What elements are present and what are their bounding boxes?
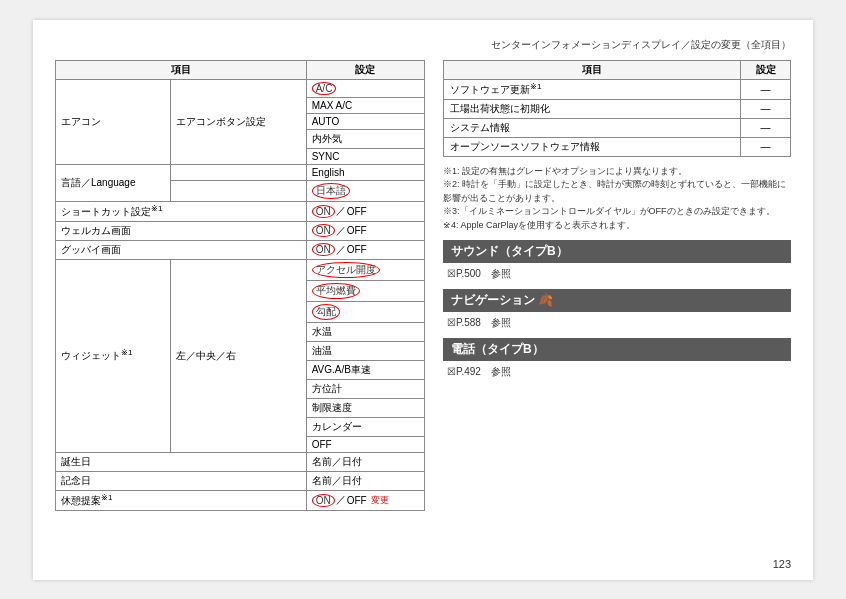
table-row: 誕生日 名前／日付 [56,452,425,471]
right-setting-sysinfo: — [741,118,791,137]
setting-avg-speed: AVG.A/B車速 [306,360,424,379]
setting-fuel: 平均燃費 [306,280,424,301]
setting-ac: A/C [306,79,424,97]
right-item-opensource: オープンソースソフトウェア情報 [444,137,741,156]
sub-aircon-button: エアコンボタン設定 [170,79,306,164]
category-goodbye: グッバイ画面 [56,240,307,259]
table-row: 言語／Language English [56,164,425,180]
category-shortcut: ショートカット設定※1 [56,201,307,221]
section-phone-body: ☒P.492 参照 [443,365,791,379]
section-navi-header: ナビゲーション 🍂 [443,289,791,312]
right-section: 項目 設定 ソフトウェア更新※1 — 工場出荷状態に初期化 — システム情報 [443,60,791,512]
setting-interior: 内外気 [306,129,424,148]
setting-calendar: カレンダー [306,417,424,436]
section-navi-body: ☒P.588 参照 [443,316,791,330]
setting-sync: SYNC [306,148,424,164]
table-row: ウェルカム画面 ON／OFF [56,221,425,240]
table-row: ショートカット設定※1 ON／OFF [56,201,425,221]
category-welcome: ウェルカム画面 [56,221,307,240]
category-widget: ウィジェット※1 [56,259,171,452]
table-row: オープンソースソフトウェア情報 — [444,137,791,156]
left-table: 項目 設定 エアコン エアコンボタン設定 A/C MAX A/C [55,60,425,512]
setting-water-temp: 水温 [306,322,424,341]
page-number: 123 [773,558,791,570]
table-row: 記念日 名前／日付 [56,471,425,490]
setting-birthday: 名前／日付 [306,452,424,471]
circled-japanese: 日本語 [312,183,350,199]
setting-oil-temp: 油温 [306,341,424,360]
right-item-sysinfo: システム情報 [444,118,741,137]
right-table: 項目 設定 ソフトウェア更新※1 — 工場出荷状態に初期化 — システム情報 [443,60,791,157]
right-item-factory: 工場出荷状態に初期化 [444,99,741,118]
table-row: エアコン エアコンボタン設定 A/C [56,79,425,97]
right-setting-opensource: — [741,137,791,156]
setting-accel: アクセル開度 [306,259,424,280]
on-circled-shortcut: ON [312,205,335,218]
table-row: グッバイ画面 ON／OFF [56,240,425,259]
right-col-item: 項目 [444,60,741,79]
right-setting-software: — [741,79,791,99]
page-title: センターインフォメーションディスプレイ／設定の変更（全項目） [491,39,791,50]
col-header-setting: 設定 [306,60,424,79]
sub-language-empty2 [170,180,306,201]
circled-fuel: 平均燃費 [312,283,360,299]
right-item-software: ソフトウェア更新※1 [444,79,741,99]
setting-compass: 方位計 [306,379,424,398]
col-header-item: 項目 [56,60,307,79]
category-language: 言語／Language [56,164,171,201]
sub-widget: 左／中央／右 [170,259,306,452]
note-3: ※3:「イルミネーションコントロールダイヤル」がOFFのときのみ設定できます。 [443,205,791,219]
category-rest: 休憩提案※1 [56,490,307,510]
setting-shortcut: ON／OFF [306,201,424,221]
on-circled-goodbye: ON [312,243,335,256]
note-1: ※1: 設定の有無はグレードやオプションにより異なります。 [443,165,791,179]
setting-english: English [306,164,424,180]
setting-off: OFF [306,436,424,452]
right-setting-factory: — [741,99,791,118]
category-anniversary: 記念日 [56,471,307,490]
setting-welcome: ON／OFF [306,221,424,240]
table-row: 工場出荷状態に初期化 — [444,99,791,118]
circled-accel: アクセル開度 [312,262,380,278]
setting-goodbye: ON／OFF [306,240,424,259]
setting-speed-limit: 制限速度 [306,398,424,417]
setting-japanese: 日本語 [306,180,424,201]
on-circled-welcome: ON [312,224,335,237]
circled-slope: 勾配 [312,304,340,320]
page-header: センターインフォメーションディスプレイ／設定の変更（全項目） [55,38,791,52]
table-row: ウィジェット※1 左／中央／右 アクセル開度 [56,259,425,280]
note-4: ※4: Apple CarPlayを使用すると表示されます。 [443,219,791,233]
table-row: ソフトウェア更新※1 — [444,79,791,99]
table-row: システム情報 — [444,118,791,137]
setting-anniversary: 名前／日付 [306,471,424,490]
sub-language-empty [170,164,306,180]
setting-slope: 勾配 [306,301,424,322]
note-2: ※2: 時計を「手動」に設定したとき、時計が実際の時刻とずれていると、一部機能に… [443,178,791,205]
setting-auto: AUTO [306,113,424,129]
right-col-setting: 設定 [741,60,791,79]
content-area: 項目 設定 エアコン エアコンボタン設定 A/C MAX A/C [55,60,791,512]
change-label: 変更 [371,494,389,507]
section-sound-header: サウンド（タイプB） [443,240,791,263]
section-phone-header: 電話（タイプB） [443,338,791,361]
setting-max-ac: MAX A/C [306,97,424,113]
setting-rest: ON／OFF 変更 [306,490,424,510]
table-row: 休憩提案※1 ON／OFF 変更 [56,490,425,510]
category-aircon: エアコン [56,79,171,164]
category-birthday: 誕生日 [56,452,307,471]
circled-ac: A/C [312,82,337,95]
on-circled-rest: ON [312,494,335,507]
section-sound-body: ☒P.500 参照 [443,267,791,281]
notes-section: ※1: 設定の有無はグレードやオプションにより異なります。 ※2: 時計を「手動… [443,165,791,233]
left-section: 項目 設定 エアコン エアコンボタン設定 A/C MAX A/C [55,60,425,512]
